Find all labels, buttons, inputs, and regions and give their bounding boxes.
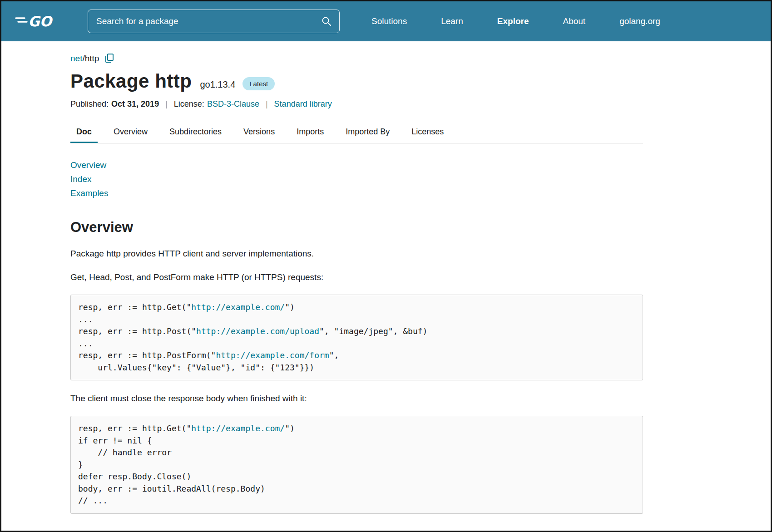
code-line: body, err := ioutil.ReadAll(resp.Body) (78, 483, 635, 495)
version-label: go1.13.4 (200, 79, 235, 90)
svg-text:GO: GO (28, 13, 53, 30)
code-line: // handle error (78, 447, 635, 459)
code-line: if err != nil { (78, 435, 635, 447)
code-line: url.Values{"key": {"Value"}, "id": {"123… (78, 362, 635, 374)
nav-golang-org[interactable]: golang.org (619, 16, 660, 26)
nav-solutions[interactable]: Solutions (371, 16, 407, 26)
copy-icon[interactable] (104, 53, 114, 64)
package-meta: Published: Oct 31, 2019 | License: BSD-3… (70, 99, 643, 109)
code-url-link[interactable]: http://example.com/upload (196, 326, 319, 336)
go-logo-icon: GO (15, 11, 66, 31)
meta-separator: | (266, 99, 268, 109)
code-url-link[interactable]: http://example.com/form (216, 350, 329, 360)
latest-badge[interactable]: Latest (242, 77, 275, 90)
code-line: resp, err := http.Post("http://example.c… (78, 325, 635, 338)
nav-learn[interactable]: Learn (441, 16, 463, 26)
tab-imported-by[interactable]: Imported By (340, 122, 396, 143)
tab-subdirectories[interactable]: Subdirectories (163, 122, 228, 143)
breadcrumb-link-net[interactable]: net (70, 54, 82, 64)
toc-link-examples[interactable]: Examples (70, 186, 643, 200)
site-header: GO Solutions Learn Explore About golang.… (1, 1, 771, 41)
toc-link-index[interactable]: Index (70, 172, 643, 186)
doc-body: Overview Package http provides HTTP clie… (70, 219, 643, 514)
toc-link-overview[interactable]: Overview (70, 158, 643, 172)
tab-doc[interactable]: Doc (70, 122, 98, 143)
published-date: Oct 31, 2019 (111, 99, 159, 109)
code-line: defer resp.Body.Close() (78, 471, 635, 483)
meta-separator: | (165, 99, 168, 109)
code-line: } (78, 459, 635, 471)
search-icon[interactable] (321, 16, 332, 27)
breadcrumb: net/http (70, 53, 643, 64)
doc-paragraph: The client must close the response body … (70, 393, 643, 404)
nav-explore[interactable]: Explore (497, 16, 529, 26)
code-line: resp, err := http.Get("http://example.co… (78, 301, 635, 314)
code-block: resp, err := http.Get("http://example.co… (70, 295, 643, 380)
tab-bar: Doc Overview Subdirectories Versions Imp… (70, 122, 643, 143)
tab-overview[interactable]: Overview (108, 122, 153, 143)
code-line: resp, err := http.PostForm("http://examp… (78, 350, 635, 362)
standard-library-link[interactable]: Standard library (274, 99, 332, 109)
overview-heading: Overview (70, 219, 643, 236)
tab-versions[interactable]: Versions (238, 122, 281, 143)
code-url-link[interactable]: http://example.com/ (191, 424, 285, 433)
code-line: // ... (78, 495, 635, 507)
page-title: Package http (70, 70, 192, 92)
main-nav: Solutions Learn Explore About golang.org (371, 16, 660, 26)
published-label: Published: (70, 99, 109, 109)
nav-about[interactable]: About (563, 16, 585, 26)
code-line: ... (78, 314, 635, 326)
breadcrumb-current: /http (82, 54, 99, 64)
tab-imports[interactable]: Imports (291, 122, 330, 143)
doc-paragraph: Package http provides HTTP client and se… (70, 248, 643, 259)
title-row: Package http go1.13.4 Latest (70, 70, 643, 92)
code-block: resp, err := http.Get("http://example.co… (70, 416, 643, 514)
code-line: ... (78, 338, 635, 350)
tab-licenses[interactable]: Licenses (406, 122, 450, 143)
doc-paragraph: Get, Head, Post, and PostForm make HTTP … (70, 272, 643, 283)
code-url-link[interactable]: http://example.com/ (191, 302, 285, 312)
search-input[interactable] (95, 16, 317, 27)
search-box (88, 10, 340, 33)
go-logo[interactable]: GO (15, 11, 66, 31)
doc-toc: Overview Index Examples (70, 158, 643, 200)
license-label: License: (174, 99, 204, 109)
code-line: resp, err := http.Get("http://example.co… (78, 423, 635, 435)
license-link[interactable]: BSD-3-Clause (207, 99, 259, 109)
